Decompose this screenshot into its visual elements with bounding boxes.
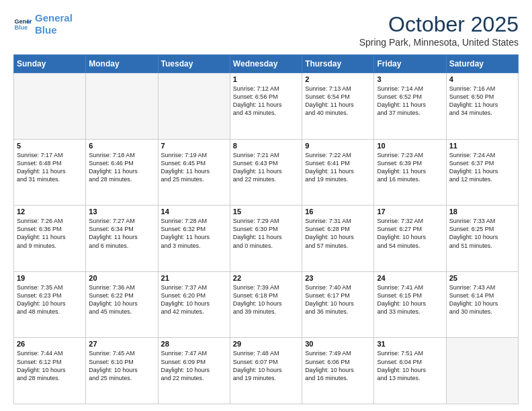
calendar-week-row: 19Sunrise: 7:35 AM Sunset: 6:23 PM Dayli…: [14, 271, 519, 338]
day-info: Sunrise: 7:36 AM Sunset: 6:22 PM Dayligh…: [89, 283, 154, 316]
day-number: 8: [233, 142, 299, 150]
day-info: Sunrise: 7:33 AM Sunset: 6:25 PM Dayligh…: [449, 217, 515, 250]
calendar-cell: 21Sunrise: 7:37 AM Sunset: 6:20 PM Dayli…: [158, 271, 230, 338]
col-sunday: Sunday: [14, 55, 86, 73]
calendar-week-row: 5Sunrise: 7:17 AM Sunset: 6:48 PM Daylig…: [14, 139, 519, 205]
calendar-cell: 4Sunrise: 7:16 AM Sunset: 6:50 PM Daylig…: [446, 73, 518, 140]
logo: General Blue General Blue: [13, 12, 73, 36]
day-number: 7: [161, 142, 227, 150]
calendar-cell: 20Sunrise: 7:36 AM Sunset: 6:22 PM Dayli…: [86, 271, 158, 338]
day-info: Sunrise: 7:18 AM Sunset: 6:46 PM Dayligh…: [89, 151, 154, 184]
calendar-cell: 13Sunrise: 7:27 AM Sunset: 6:34 PM Dayli…: [86, 205, 158, 272]
day-info: Sunrise: 7:28 AM Sunset: 6:32 PM Dayligh…: [161, 217, 227, 250]
calendar-cell: 7Sunrise: 7:19 AM Sunset: 6:45 PM Daylig…: [158, 139, 230, 205]
day-number: 22: [233, 274, 299, 282]
day-number: 18: [449, 208, 515, 216]
calendar-cell: 26Sunrise: 7:44 AM Sunset: 6:12 PM Dayli…: [14, 338, 86, 404]
calendar-cell: 27Sunrise: 7:45 AM Sunset: 6:10 PM Dayli…: [86, 338, 158, 404]
day-number: 17: [377, 208, 443, 216]
day-info: Sunrise: 7:19 AM Sunset: 6:45 PM Dayligh…: [161, 151, 227, 184]
day-number: 2: [305, 75, 371, 83]
calendar-cell: 16Sunrise: 7:31 AM Sunset: 6:28 PM Dayli…: [302, 205, 374, 272]
day-number: 19: [17, 274, 83, 282]
calendar-cell: 31Sunrise: 7:51 AM Sunset: 6:04 PM Dayli…: [374, 338, 446, 404]
calendar-cell: 18Sunrise: 7:33 AM Sunset: 6:25 PM Dayli…: [446, 205, 518, 272]
calendar-cell: 1Sunrise: 7:12 AM Sunset: 6:56 PM Daylig…: [230, 73, 302, 140]
day-number: 25: [449, 274, 515, 282]
day-number: 31: [377, 340, 443, 348]
calendar-cell: 22Sunrise: 7:39 AM Sunset: 6:18 PM Dayli…: [230, 271, 302, 338]
calendar-cell: 25Sunrise: 7:43 AM Sunset: 6:14 PM Dayli…: [446, 271, 518, 338]
day-info: Sunrise: 7:37 AM Sunset: 6:20 PM Dayligh…: [161, 283, 227, 316]
day-info: Sunrise: 7:27 AM Sunset: 6:34 PM Dayligh…: [89, 217, 154, 250]
svg-text:Blue: Blue: [14, 24, 28, 31]
day-number: 27: [89, 340, 154, 348]
calendar-cell: [86, 73, 158, 140]
day-number: 26: [17, 340, 83, 348]
day-info: Sunrise: 7:17 AM Sunset: 6:48 PM Dayligh…: [17, 151, 83, 184]
day-info: Sunrise: 7:39 AM Sunset: 6:18 PM Dayligh…: [233, 283, 299, 316]
calendar-cell: 2Sunrise: 7:13 AM Sunset: 6:54 PM Daylig…: [302, 73, 374, 140]
day-number: 11: [449, 142, 515, 150]
day-number: 23: [305, 274, 371, 282]
day-info: Sunrise: 7:16 AM Sunset: 6:50 PM Dayligh…: [449, 85, 515, 118]
calendar-cell: 10Sunrise: 7:23 AM Sunset: 6:39 PM Dayli…: [374, 139, 446, 205]
calendar-cell: 19Sunrise: 7:35 AM Sunset: 6:23 PM Dayli…: [14, 271, 86, 338]
calendar-cell: 15Sunrise: 7:29 AM Sunset: 6:30 PM Dayli…: [230, 205, 302, 272]
calendar-cell: 30Sunrise: 7:49 AM Sunset: 6:06 PM Dayli…: [302, 338, 374, 404]
col-tuesday: Tuesday: [158, 55, 230, 73]
col-saturday: Saturday: [446, 55, 518, 73]
calendar-cell: 5Sunrise: 7:17 AM Sunset: 6:48 PM Daylig…: [14, 139, 86, 205]
calendar-cell: 12Sunrise: 7:26 AM Sunset: 6:36 PM Dayli…: [14, 205, 86, 272]
day-number: 3: [377, 75, 443, 83]
calendar-week-row: 26Sunrise: 7:44 AM Sunset: 6:12 PM Dayli…: [14, 338, 519, 404]
day-info: Sunrise: 7:35 AM Sunset: 6:23 PM Dayligh…: [17, 283, 83, 316]
day-info: Sunrise: 7:26 AM Sunset: 6:36 PM Dayligh…: [17, 217, 83, 250]
logo-icon: General Blue: [13, 15, 32, 34]
calendar-cell: 17Sunrise: 7:32 AM Sunset: 6:27 PM Dayli…: [374, 205, 446, 272]
day-number: 15: [233, 208, 299, 216]
calendar-cell: 29Sunrise: 7:48 AM Sunset: 6:07 PM Dayli…: [230, 338, 302, 404]
calendar-cell: [446, 338, 518, 404]
day-info: Sunrise: 7:32 AM Sunset: 6:27 PM Dayligh…: [377, 217, 443, 250]
calendar-week-row: 1Sunrise: 7:12 AM Sunset: 6:56 PM Daylig…: [14, 73, 519, 140]
day-number: 21: [161, 274, 227, 282]
day-number: 6: [89, 142, 154, 150]
day-number: 10: [377, 142, 443, 150]
col-wednesday: Wednesday: [230, 55, 302, 73]
day-info: Sunrise: 7:41 AM Sunset: 6:15 PM Dayligh…: [377, 283, 443, 316]
day-info: Sunrise: 7:44 AM Sunset: 6:12 PM Dayligh…: [17, 349, 83, 382]
day-number: 28: [161, 340, 227, 348]
day-number: 30: [305, 340, 371, 348]
calendar-cell: 28Sunrise: 7:47 AM Sunset: 6:09 PM Dayli…: [158, 338, 230, 404]
day-info: Sunrise: 7:13 AM Sunset: 6:54 PM Dayligh…: [305, 85, 371, 118]
calendar-cell: [14, 73, 86, 140]
calendar-header-row: Sunday Monday Tuesday Wednesday Thursday…: [14, 55, 519, 73]
day-info: Sunrise: 7:12 AM Sunset: 6:56 PM Dayligh…: [233, 85, 299, 118]
day-info: Sunrise: 7:40 AM Sunset: 6:17 PM Dayligh…: [305, 283, 371, 316]
day-info: Sunrise: 7:23 AM Sunset: 6:39 PM Dayligh…: [377, 151, 443, 184]
day-info: Sunrise: 7:45 AM Sunset: 6:10 PM Dayligh…: [89, 349, 154, 382]
day-number: 14: [161, 208, 227, 216]
location: Spring Park, Minnesota, United States: [359, 37, 519, 48]
calendar-cell: 6Sunrise: 7:18 AM Sunset: 6:46 PM Daylig…: [86, 139, 158, 205]
day-info: Sunrise: 7:49 AM Sunset: 6:06 PM Dayligh…: [305, 349, 371, 382]
day-info: Sunrise: 7:21 AM Sunset: 6:43 PM Dayligh…: [233, 151, 299, 184]
calendar-cell: [158, 73, 230, 140]
day-info: Sunrise: 7:48 AM Sunset: 6:07 PM Dayligh…: [233, 349, 299, 382]
day-info: Sunrise: 7:31 AM Sunset: 6:28 PM Dayligh…: [305, 217, 371, 250]
calendar-cell: 23Sunrise: 7:40 AM Sunset: 6:17 PM Dayli…: [302, 271, 374, 338]
day-number: 1: [233, 75, 299, 83]
page: General Blue General Blue October 2025 S…: [0, 0, 532, 411]
calendar-cell: 9Sunrise: 7:22 AM Sunset: 6:41 PM Daylig…: [302, 139, 374, 205]
calendar-cell: 3Sunrise: 7:14 AM Sunset: 6:52 PM Daylig…: [374, 73, 446, 140]
calendar-body: 1Sunrise: 7:12 AM Sunset: 6:56 PM Daylig…: [14, 73, 519, 404]
col-thursday: Thursday: [302, 55, 374, 73]
day-number: 4: [449, 75, 515, 83]
day-info: Sunrise: 7:24 AM Sunset: 6:37 PM Dayligh…: [449, 151, 515, 184]
logo-text: General Blue: [35, 12, 73, 36]
day-number: 16: [305, 208, 371, 216]
day-number: 24: [377, 274, 443, 282]
calendar-table: Sunday Monday Tuesday Wednesday Thursday…: [13, 54, 519, 404]
calendar-cell: 14Sunrise: 7:28 AM Sunset: 6:32 PM Dayli…: [158, 205, 230, 272]
